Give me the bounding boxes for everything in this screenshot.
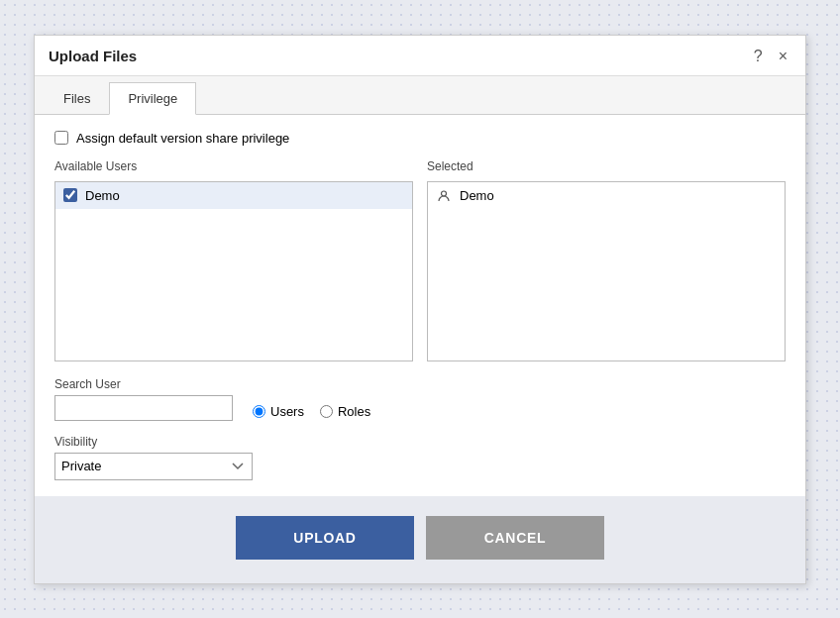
assign-privilege-row: Assign default version share privilege (54, 131, 786, 146)
search-input[interactable] (54, 395, 233, 421)
svg-point-0 (442, 191, 447, 196)
selected-user-name: Demo (460, 188, 494, 203)
help-button[interactable]: ? (750, 46, 767, 67)
close-button[interactable]: × (775, 46, 791, 67)
search-field-group: Search User (54, 377, 233, 421)
selected-section: Selected Demo (427, 159, 786, 361)
selected-list[interactable]: Demo (428, 182, 785, 360)
dialog-header: Upload Files ? × (35, 36, 805, 76)
visibility-row: Visibility Private Public Shared (54, 435, 786, 480)
radio-users-text: Users (270, 404, 304, 419)
selected-label: Selected (427, 159, 786, 173)
assign-privilege-label: Assign default version share privilege (76, 131, 289, 146)
upload-button[interactable]: UPLOAD (236, 516, 414, 560)
tab-bar: Files Privilege (35, 76, 805, 115)
cancel-button[interactable]: CANCEL (426, 516, 604, 560)
list-item[interactable]: Demo (55, 182, 412, 209)
visibility-label: Visibility (54, 435, 786, 449)
radio-users-label[interactable]: Users (253, 404, 304, 419)
search-label: Search User (54, 377, 233, 391)
selected-panel: Demo (427, 181, 786, 361)
user-panels: Available Users Demo Selected (54, 159, 786, 361)
available-users-panel: Demo (54, 181, 413, 361)
search-row: Search User Users Roles (54, 377, 786, 421)
available-users-label: Available Users (54, 159, 413, 173)
dialog-footer: UPLOAD CANCEL (35, 496, 805, 583)
header-icons: ? × (750, 46, 791, 67)
tab-privilege[interactable]: Privilege (109, 82, 196, 115)
dialog-body: Assign default version share privilege A… (35, 115, 805, 496)
available-users-list[interactable]: Demo (55, 182, 412, 360)
available-users-section: Available Users Demo (54, 159, 413, 361)
user-icon (436, 188, 452, 204)
radio-group: Users Roles (253, 404, 370, 421)
radio-roles[interactable] (320, 405, 333, 418)
radio-roles-label[interactable]: Roles (320, 404, 370, 419)
user-demo-name: Demo (85, 188, 120, 203)
user-demo-checkbox[interactable] (63, 188, 77, 202)
visibility-select[interactable]: Private Public Shared (54, 453, 253, 480)
dialog-title: Upload Files (49, 48, 137, 64)
radio-roles-text: Roles (338, 404, 370, 419)
upload-files-dialog: Upload Files ? × Files Privilege Assign … (34, 35, 806, 584)
selected-item: Demo (428, 182, 785, 210)
tab-files[interactable]: Files (45, 82, 109, 114)
assign-privilege-checkbox[interactable] (54, 131, 68, 145)
radio-users[interactable] (253, 405, 265, 418)
